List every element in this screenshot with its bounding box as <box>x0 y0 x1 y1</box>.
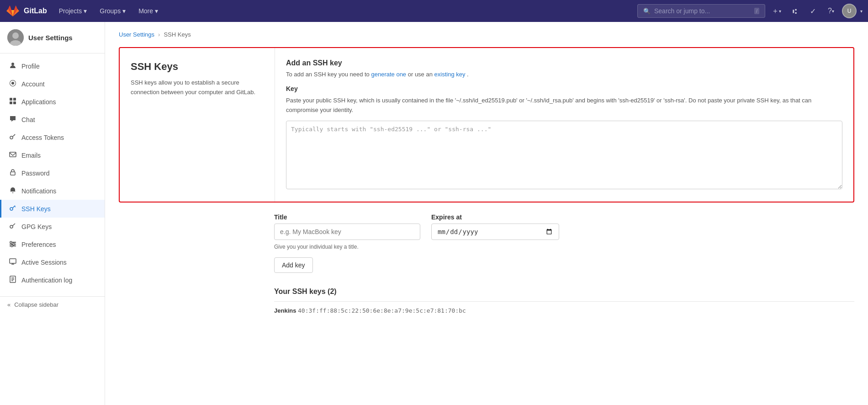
help-icon: ? <box>828 7 832 15</box>
active-sessions-icon <box>9 258 17 266</box>
add-key-button[interactable]: Add key <box>274 257 313 273</box>
sidebar-item-label-account: Account <box>21 80 45 88</box>
ssh-card-form: Add an SSH key To add an SSH key you nee… <box>275 48 853 202</box>
review-requests-button[interactable]: ⑆ <box>787 4 802 18</box>
expires-label: Expires at <box>431 213 559 221</box>
sidebar-item-label-auth-log: Authentication log <box>21 277 72 284</box>
projects-nav[interactable]: Projects ▾ <box>54 5 92 17</box>
groups-chevron-icon: ▾ <box>122 7 126 15</box>
add-ssh-key-title: Add an SSH key <box>286 59 842 67</box>
svg-point-19 <box>11 245 13 247</box>
key-description: Paste your public SSH key, which is usua… <box>286 96 842 115</box>
svg-point-13 <box>10 225 13 228</box>
projects-label: Projects <box>59 7 82 15</box>
collapse-sidebar-button[interactable]: « Collapse sidebar <box>0 296 105 313</box>
search-input[interactable] <box>654 7 751 15</box>
key-textarea[interactable] <box>286 121 842 189</box>
ssh-card-info: SSH Keys SSH keys allow you to establish… <box>120 48 275 202</box>
sidebar-item-label-preferences: Preferences <box>21 241 56 248</box>
title-form-hint: Give you your individual key a title. <box>274 244 854 250</box>
sidebar-item-preferences[interactable]: Preferences <box>0 235 105 253</box>
user-avatar-icon: U <box>847 8 852 14</box>
user-chevron-icon: ▾ <box>860 9 863 14</box>
merge-request-icon: ⑆ <box>793 7 797 15</box>
sidebar-item-profile[interactable]: Profile <box>0 57 105 75</box>
account-icon <box>9 80 17 88</box>
expires-input[interactable] <box>431 224 559 240</box>
title-input[interactable] <box>274 224 420 240</box>
gitlab-logo-icon <box>5 4 20 18</box>
plus-chevron-icon: ▾ <box>779 9 781 14</box>
main-content: User Settings › SSH Keys SSH Keys SSH ke… <box>105 22 868 405</box>
sidebar-item-label-gpg-keys: GPG Keys <box>21 223 52 230</box>
ssh-keys-card: SSH Keys SSH keys allow you to establish… <box>119 47 854 202</box>
sidebar-item-applications[interactable]: Applications <box>0 93 105 111</box>
access-tokens-icon <box>9 133 17 142</box>
sidebar-item-ssh-keys[interactable]: SSH Keys <box>0 200 105 218</box>
more-chevron-icon: ▾ <box>155 7 158 15</box>
ssh-add-desc-prefix: To add an SSH key you need to <box>286 71 371 78</box>
sidebar-item-label-chat: Chat <box>21 116 35 123</box>
sidebar-item-account[interactable]: Account <box>0 75 105 93</box>
svg-rect-11 <box>11 172 15 175</box>
todos-button[interactable]: ✓ <box>805 4 820 18</box>
svg-point-12 <box>10 208 13 210</box>
your-ssh-keys-title: Your SSH keys (2) <box>274 288 854 296</box>
svg-point-4 <box>11 82 14 85</box>
sidebar-item-chat[interactable]: Chat <box>0 111 105 128</box>
plus-icon: ＋ <box>772 6 779 16</box>
gitlab-text: GitLab <box>24 7 47 15</box>
sidebar-item-label-ssh-keys: SSH Keys <box>21 205 51 213</box>
expires-form-group: Expires at <box>431 213 559 240</box>
sidebar-item-label-active-sessions: Active Sessions <box>21 259 67 266</box>
existing-key-link[interactable]: existing key <box>434 71 466 78</box>
gpg-keys-icon <box>9 222 17 231</box>
generate-one-link[interactable]: generate one <box>371 71 406 78</box>
sidebar-item-active-sessions[interactable]: Active Sessions <box>0 253 105 271</box>
ssh-keys-title: SSH Keys <box>131 61 264 73</box>
help-button[interactable]: ? ▾ <box>824 4 838 18</box>
sidebar-item-notifications[interactable]: Notifications <box>0 182 105 200</box>
svg-point-18 <box>13 243 15 245</box>
collapse-icon: « <box>7 301 11 308</box>
breadcrumb-current: SSH Keys <box>164 31 191 38</box>
new-plus-button[interactable]: ＋ ▾ <box>769 4 783 18</box>
svg-rect-20 <box>10 259 16 263</box>
ssh-add-desc-middle: or use an <box>408 71 434 78</box>
sidebar-item-emails[interactable]: Emails <box>0 146 105 164</box>
preferences-icon <box>9 240 17 249</box>
groups-nav[interactable]: Groups ▾ <box>95 5 130 17</box>
svg-point-3 <box>11 63 14 65</box>
sidebar-item-gpg-keys[interactable]: GPG Keys <box>0 218 105 235</box>
user-avatar-button[interactable]: U <box>842 4 857 18</box>
svg-point-17 <box>10 241 12 243</box>
sidebar-item-label-access-tokens: Access Tokens <box>21 134 64 141</box>
gitlab-brand[interactable]: GitLab <box>5 4 47 18</box>
sidebar-header: User Settings <box>0 22 105 53</box>
todo-icon: ✓ <box>810 7 816 16</box>
ssh-key-fingerprint: 40:3f:ff:88:5c:22:50:6e:8e:a7:9e:5c:e7:8… <box>298 307 466 314</box>
help-chevron-icon: ▾ <box>832 9 834 14</box>
ssh-key-name: Jenkins <box>274 307 296 314</box>
sidebar-title: User Settings <box>28 34 73 42</box>
sidebar-item-access-tokens[interactable]: Access Tokens <box>0 128 105 146</box>
chat-icon <box>9 115 17 124</box>
applications-icon <box>9 97 17 106</box>
ssh-keys-description: SSH keys allow you to establish a secure… <box>131 78 264 97</box>
sidebar-item-password[interactable]: Password <box>0 164 105 182</box>
search-shortcut: / <box>754 8 759 14</box>
sidebar-nav: Profile Account Applications Chat <box>0 53 105 293</box>
ssh-key-list-item: Jenkins 40:3f:ff:88:5c:22:50:6e:8e:a7:9e… <box>274 301 854 320</box>
your-ssh-keys-section: Your SSH keys (2) Jenkins 40:3f:ff:88:5c… <box>274 288 854 320</box>
sidebar-item-label-notifications: Notifications <box>21 187 56 195</box>
sidebar-item-label-emails: Emails <box>21 152 41 159</box>
sidebar-item-auth-log[interactable]: Authentication log <box>0 271 105 289</box>
search-box[interactable]: 🔍 / <box>637 4 765 18</box>
groups-label: Groups <box>100 7 121 15</box>
more-nav[interactable]: More ▾ <box>134 5 163 17</box>
sidebar-item-label-password: Password <box>21 170 49 177</box>
breadcrumb-parent-link[interactable]: User Settings <box>119 31 154 38</box>
search-icon: 🔍 <box>643 8 651 15</box>
key-title-expires-row: Title Expires at <box>274 213 854 240</box>
profile-icon <box>9 62 17 70</box>
